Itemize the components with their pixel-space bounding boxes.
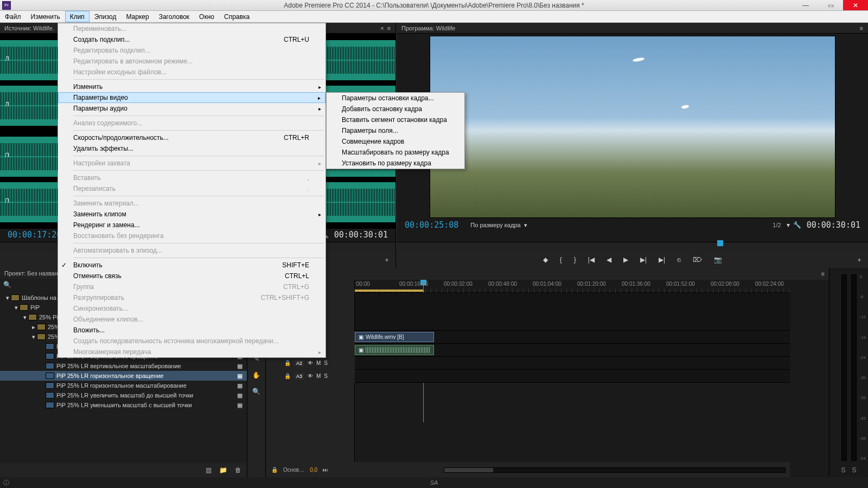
- source-timecode-duration: 00:00:30:01: [334, 230, 388, 240]
- program-ruler[interactable]: [397, 242, 868, 252]
- clip-video[interactable]: ▣Wildlife.wmv [В]: [355, 332, 434, 342]
- menuitem[interactable]: Отменить связьCTRL+L: [58, 271, 326, 281]
- minimize-button[interactable]: —: [793, 0, 818, 10]
- tree-item[interactable]: PiP 25% LR вертикальное масштабирование▦: [0, 361, 247, 371]
- menuitem[interactable]: Параметры аудио▸: [58, 103, 326, 114]
- menuitem[interactable]: Скорость/продолжительность...CTRL+R: [58, 132, 326, 143]
- menuitem: Создать последовательность источника мно…: [58, 336, 326, 346]
- menu-справка[interactable]: Справка: [219, 11, 254, 22]
- tool-hand[interactable]: ✋: [251, 370, 263, 381]
- zoom-dropdown[interactable]: По размеру кадра ▾: [465, 222, 532, 229]
- tree-item[interactable]: PiP 25% LR горизонтальное масштабировани…: [0, 381, 247, 390]
- snapshot-button[interactable]: 📷: [714, 256, 722, 264]
- eye-icon[interactable]: 👁: [308, 360, 313, 366]
- play-button[interactable]: ▶: [623, 256, 628, 264]
- preset-icon[interactable]: ▦: [237, 382, 247, 389]
- maximize-button[interactable]: ▭: [818, 0, 843, 10]
- menu-файл[interactable]: Файл: [0, 11, 26, 22]
- set-out-button[interactable]: }: [574, 256, 576, 264]
- wrench-icon[interactable]: 🔧: [793, 221, 801, 229]
- menu-изменить[interactable]: Изменить: [26, 11, 65, 22]
- tool-zoom[interactable]: 🔍: [251, 386, 263, 397]
- source-tab-close-icon[interactable]: ×: [380, 25, 384, 31]
- add-button-icon[interactable]: ＋: [384, 255, 390, 265]
- lock-icon[interactable]: 🔒: [284, 373, 291, 379]
- tree-item[interactable]: PiP 25% LR горизонтальное вращение▦: [0, 371, 247, 381]
- close-button[interactable]: ✕: [843, 0, 868, 10]
- add-button-icon[interactable]: ＋: [856, 255, 863, 265]
- eye-icon[interactable]: 👁: [308, 373, 313, 379]
- menu-clip-dropdown[interactable]: Переименовать...Создать подклип...CTRL+U…: [58, 23, 326, 358]
- skip-icon[interactable]: ⏭: [323, 467, 328, 473]
- chevron-down-icon[interactable]: ▾: [787, 221, 790, 229]
- meter-solo[interactable]: S: [841, 466, 845, 474]
- menuitem[interactable]: Параметры остановки кадра...: [327, 93, 464, 104]
- menuitem[interactable]: Вставить сегмент остановки кадра: [327, 114, 464, 125]
- timeline-ruler[interactable]: :00:0000:00:16:0000:00:32:0000:00:48:000…: [355, 280, 790, 293]
- mark-in-button[interactable]: ◆: [543, 256, 548, 264]
- menuitem[interactable]: Удалить эффекты...: [58, 143, 326, 154]
- menuitem[interactable]: ✓ВключитьSHIFT+E: [58, 260, 326, 271]
- preset-icon[interactable]: ▦: [237, 402, 247, 409]
- menuitem: Переименовать...: [58, 23, 326, 34]
- menuitem[interactable]: Добавить остановку кадра: [327, 104, 464, 114]
- menuitem[interactable]: Заменить клипом▸: [58, 209, 326, 220]
- menu-заголовок[interactable]: Заголовок: [154, 11, 194, 22]
- set-in-button[interactable]: {: [560, 256, 562, 264]
- timeline-zoom-scrollbar[interactable]: [444, 467, 786, 473]
- menu-маркер[interactable]: Маркер: [121, 11, 154, 22]
- preset-icon[interactable]: ▦: [237, 392, 247, 399]
- step-back-button[interactable]: ◀: [607, 256, 611, 264]
- tree-item[interactable]: PiP 25% LR увеличить масштаб до высшей т…: [0, 390, 247, 400]
- menuitem[interactable]: Совмещение кадров: [327, 136, 464, 147]
- track-label: Л: [2, 55, 12, 62]
- pages-indicator[interactable]: 1/2: [773, 222, 786, 228]
- menuitem[interactable]: Масштабировать по размеру кадра: [327, 147, 464, 158]
- menuitem[interactable]: Параметры видео▸: [58, 92, 326, 103]
- track-v1[interactable]: V1🔒V1👁 ▣Wildlife.wmv [В]: [355, 331, 790, 344]
- goto-out-button[interactable]: ▶|: [659, 256, 665, 264]
- goto-in-button[interactable]: |◀: [588, 256, 595, 264]
- trash-icon[interactable]: 🗑: [235, 466, 241, 474]
- menuitem[interactable]: Создать подклип...CTRL+U: [58, 34, 326, 45]
- program-monitor[interactable]: [430, 36, 835, 218]
- menuitem[interactable]: Параметры поля...: [327, 125, 464, 136]
- track-a3[interactable]: 🔒A3👁MS: [355, 370, 790, 383]
- menu-bar: ФайлИзменитьКлипЭпизодМаркерЗаголовокОкн…: [0, 11, 868, 23]
- menuitem[interactable]: Вложить...: [58, 325, 326, 336]
- step-fwd-button[interactable]: ▶|: [640, 256, 647, 264]
- menuitem: Анализ содержимого...: [58, 118, 326, 129]
- meter-solo[interactable]: S: [852, 466, 857, 474]
- menu-эпизод[interactable]: Эпизод: [90, 11, 122, 22]
- menu-клип[interactable]: Клип: [65, 11, 90, 22]
- playhead-marker-icon[interactable]: [717, 240, 723, 246]
- cc-icon[interactable]: ⓘ: [3, 479, 9, 487]
- timeline-tab[interactable]: Wildlife × ≡: [266, 268, 829, 280]
- program-panel: Программа: Wildlife ≡ 00:00:25:08 По раз…: [397, 23, 868, 268]
- preset-icon[interactable]: ▦: [237, 373, 247, 380]
- extract-button[interactable]: ⌦: [693, 256, 702, 264]
- new-bin-icon[interactable]: ▥: [206, 466, 212, 474]
- panel-menu-icon[interactable]: ≡: [860, 25, 864, 31]
- source-timecode-in[interactable]: 00:00:17:20: [8, 230, 61, 240]
- menuitem[interactable]: Установить по размеру кадра: [327, 158, 464, 169]
- panel-menu-icon[interactable]: ≡: [821, 271, 825, 277]
- lock-icon[interactable]: 🔒: [284, 360, 291, 366]
- track-a1[interactable]: A1🔒A1👁MS ▣: [355, 344, 790, 357]
- ruler-tick: 00:01:20:00: [577, 281, 606, 287]
- lift-button[interactable]: ⎋: [677, 256, 681, 264]
- program-timecode[interactable]: 00:00:25:08: [405, 220, 458, 230]
- tree-item[interactable]: PiP 25% LR уменьшить масштаб с высшей то…: [0, 400, 247, 410]
- menuitem[interactable]: Изменить▸: [58, 81, 326, 92]
- clip-audio[interactable]: ▣: [355, 345, 434, 355]
- menu-окно[interactable]: Окно: [194, 11, 219, 22]
- lock-icon[interactable]: 🔒: [271, 467, 278, 473]
- submenu-video-options[interactable]: Параметры остановки кадра...Добавить ост…: [326, 92, 465, 169]
- new-folder-icon[interactable]: 📁: [219, 466, 227, 474]
- timeline-tracks-area[interactable]: :00:0000:00:16:0000:00:32:0000:00:48:000…: [355, 280, 790, 462]
- program-tab[interactable]: Программа: Wildlife ≡: [397, 23, 868, 34]
- panel-menu-icon[interactable]: ≡: [387, 25, 391, 31]
- preset-icon[interactable]: ▦: [237, 363, 247, 370]
- menuitem[interactable]: Рендеринг и замена...: [58, 220, 326, 230]
- track-a2[interactable]: 🔒A2👁MS: [355, 357, 790, 370]
